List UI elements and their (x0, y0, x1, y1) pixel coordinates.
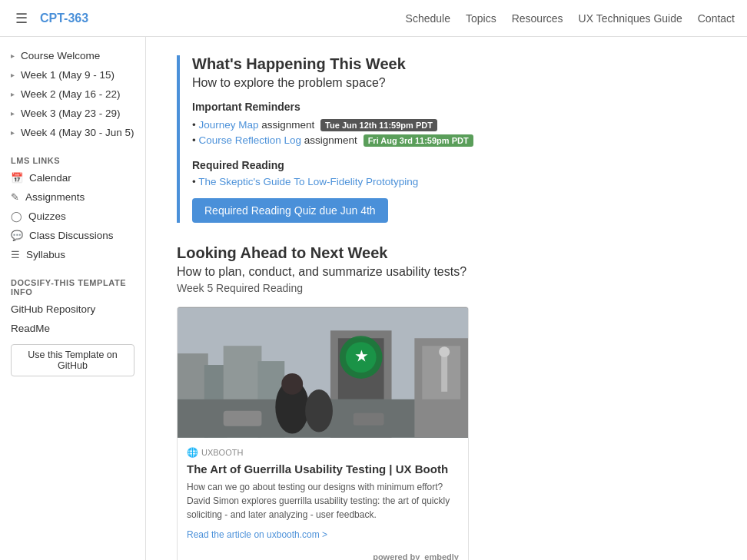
chevron-icon: ▸ (11, 128, 15, 137)
read-article-link[interactable]: Read the article on uxbooth.com > (187, 529, 327, 540)
course-nav-section: ▸ Course Welcome ▸ Week 1 (May 9 - 15) ▸… (0, 46, 145, 142)
sidebar-item-calendar[interactable]: 📅 Calendar (0, 168, 145, 187)
main-content: What's Happening This Week How to explor… (146, 37, 747, 560)
lms-links-section: 📅 Calendar ✎ Assignments ◯ Quizzes 💬 Cla… (0, 168, 145, 264)
embedly-source: 🌐 UXBOOTH (187, 447, 459, 458)
nav-ux-techniques[interactable]: UX Techniques Guide (579, 12, 682, 25)
embedly-content: 🌐 UXBOOTH The Art of Guerrilla Usability… (178, 438, 468, 549)
sidebar-item-week1[interactable]: ▸ Week 1 (May 9 - 15) (0, 65, 145, 84)
top-nav: ☰ CPT-363 Schedule Topics Resources UX T… (0, 0, 747, 37)
svg-point-17 (439, 346, 450, 357)
hamburger-button[interactable]: ☰ (12, 7, 31, 30)
reminder-text-2: assignment (304, 134, 357, 146)
sidebar-readme[interactable]: ReadMe (0, 319, 145, 338)
svg-point-12 (281, 373, 303, 395)
badge-course-reflection: Fri Aug 3rd 11:59pm PDT (364, 134, 473, 147)
this-week-title: What's Happening This Week (192, 55, 716, 73)
nav-resources[interactable]: Resources (512, 12, 563, 25)
nav-topics[interactable]: Topics (466, 12, 496, 25)
sidebar-item-course-welcome[interactable]: ▸ Course Welcome (0, 46, 145, 65)
sidebar: ▸ Course Welcome ▸ Week 1 (May 9 - 15) ▸… (0, 37, 146, 560)
sidebar-item-week4[interactable]: ▸ Week 4 (May 30 - Jun 5) (0, 123, 145, 142)
site-title[interactable]: CPT-363 (40, 12, 88, 25)
article-description: How can we go about testing our designs … (187, 480, 459, 522)
skeptics-guide-link[interactable]: The Skeptic's Guide To Low-Fidelity Prot… (198, 176, 418, 187)
use-template-button[interactable]: Use this Template on GitHub (11, 344, 134, 376)
chevron-icon: ▸ (11, 109, 15, 118)
sidebar-item-week2[interactable]: ▸ Week 2 (May 16 - 22) (0, 84, 145, 104)
badge-journey-map: Tue Jun 12th 11:59pm PDT (320, 119, 437, 131)
chevron-icon: ▸ (11, 90, 15, 98)
chat-icon: 💬 (11, 230, 23, 241)
reminder-journey-map: Journey Map assignment Tue Jun 12th 11:5… (192, 118, 716, 133)
next-week-title: Looking Ahead to Next Week (177, 244, 716, 262)
top-nav-left: ☰ CPT-363 (12, 7, 88, 30)
embedly-footer: powered by embedly (178, 549, 468, 560)
docsify-links-section: GitHub Repository ReadMe Use this Templa… (0, 300, 145, 376)
sidebar-item-class-discussions[interactable]: 💬 Class Discussions (0, 226, 145, 245)
globe-icon: 🌐 (187, 447, 198, 458)
reminder-list: Journey Map assignment Tue Jun 12th 11:5… (192, 118, 716, 148)
sidebar-item-assignments[interactable]: ✎ Assignments (0, 187, 145, 207)
quiz-button[interactable]: Required Reading Quiz due Jun 4th (192, 198, 388, 223)
this-week-subtitle: How to explore the problem space? (192, 76, 716, 90)
svg-rect-18 (224, 411, 262, 426)
next-week-subtitle: How to plan, conduct, and summarize usab… (177, 265, 716, 279)
course-reflection-link[interactable]: Course Reflection Log (198, 134, 301, 146)
svg-rect-16 (441, 353, 447, 392)
reminder-course-reflection: Course Reflection Log assignment Fri Aug… (192, 133, 716, 148)
check-circle-icon: ◯ (11, 210, 22, 222)
required-reading-list: The Skeptic's Guide To Low-Fidelity Prot… (192, 176, 716, 187)
this-week-section: What's Happening This Week How to explor… (177, 55, 716, 223)
top-nav-right: Schedule Topics Resources UX Techniques … (406, 12, 735, 25)
calendar-icon: 📅 (11, 172, 23, 184)
layout: ▸ Course Welcome ▸ Week 1 (May 9 - 15) ▸… (0, 37, 747, 560)
nav-schedule[interactable]: Schedule (406, 12, 450, 25)
sidebar-item-quizzes[interactable]: ◯ Quizzes (0, 207, 145, 226)
journey-map-link[interactable]: Journey Map (198, 119, 258, 131)
sidebar-item-syllabus[interactable]: ☰ Syllabus (0, 245, 145, 264)
embedly-card: ★ (177, 307, 469, 560)
docsify-section-title: DOCSIFY-THIS TEMPLATE INFO (0, 270, 145, 300)
sidebar-github-repo[interactable]: GitHub Repository (0, 300, 145, 319)
svg-point-13 (305, 389, 333, 432)
reading-item-1: The Skeptic's Guide To Low-Fidelity Prot… (192, 176, 716, 187)
pencil-icon: ✎ (11, 191, 19, 203)
article-source: UXBOOTH (201, 448, 243, 457)
article-image: ★ (178, 307, 468, 438)
reminder-text-1: assignment (261, 119, 314, 131)
sidebar-item-week3[interactable]: ▸ Week 3 (May 23 - 29) (0, 104, 145, 123)
svg-text:★: ★ (355, 349, 368, 364)
chevron-icon: ▸ (11, 71, 15, 79)
lms-links-title: LMS LINKS (0, 148, 145, 168)
article-title: The Art of Guerrilla Usability Testing |… (187, 462, 459, 476)
next-week-reading-label: Week 5 Required Reading (177, 282, 716, 294)
required-reading-title: Required Reading (192, 159, 716, 171)
chevron-icon: ▸ (11, 51, 15, 60)
list-icon: ☰ (11, 249, 20, 260)
next-week-section: Looking Ahead to Next Week How to plan, … (177, 244, 716, 560)
nav-contact[interactable]: Contact (698, 12, 735, 25)
powered-by-text: powered by embedly (373, 552, 459, 560)
reminders-title: Important Reminders (192, 101, 716, 113)
svg-rect-19 (354, 413, 384, 426)
